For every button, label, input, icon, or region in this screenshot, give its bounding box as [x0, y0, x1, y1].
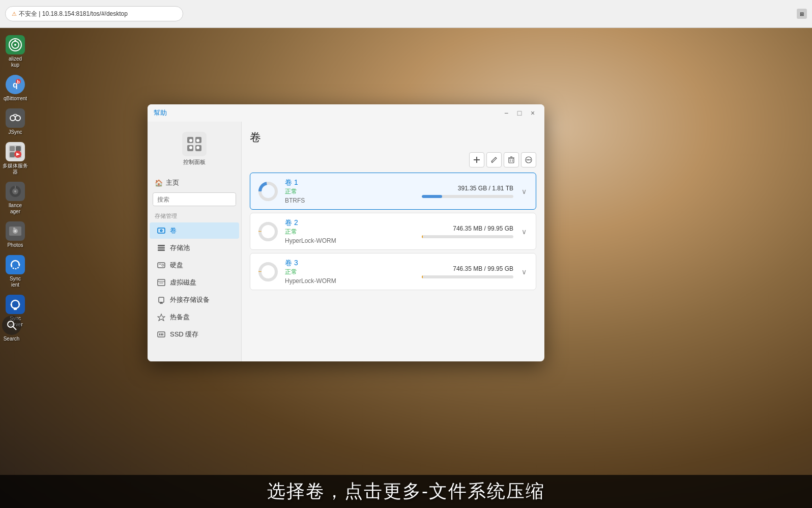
- toolbar: [250, 152, 536, 167]
- storage-section-header: 存储管理: [148, 208, 241, 222]
- svg-point-24: [14, 230, 16, 232]
- subtitle-text: 选择卷，点击更多-文件系统压缩: [267, 479, 545, 504]
- nav-external-storage[interactable]: 外接存储设备: [150, 292, 239, 308]
- svg-rect-46: [158, 245, 165, 246]
- volume-3-filesystem: HyperLock-WORM: [285, 277, 405, 285]
- volume-1-usage: 391.35 GB / 1.81 TB: [412, 185, 513, 198]
- svg-text:b: b: [17, 79, 20, 84]
- control-panel-icon: [182, 132, 207, 156]
- svg-point-3: [14, 40, 16, 42]
- subtitle-bar: 选择卷，点击更多-文件系统压缩: [0, 475, 812, 508]
- add-volume-button[interactable]: [469, 152, 484, 167]
- nav-external-storage-label: 外接存储设备: [170, 295, 210, 304]
- nav-ssd-cache[interactable]: SSD 缓存: [150, 326, 239, 343]
- volume-2-expand-button[interactable]: ∨: [519, 228, 529, 236]
- storage-pool-icon: [157, 243, 166, 252]
- nav-home[interactable]: 🏠 主页: [148, 175, 241, 190]
- photos-label: Photos: [7, 242, 23, 248]
- svg-point-78: [260, 264, 276, 280]
- volume-1-filesystem: BTRFS: [285, 197, 405, 204]
- desktop-icon-photos[interactable]: Photos: [1, 219, 30, 250]
- desktop-icon-list: alizedkup q b qBittorrent JSync: [0, 28, 31, 335]
- sidebar-search-bar[interactable]: [153, 192, 236, 206]
- desktop-search[interactable]: Search: [0, 316, 23, 366]
- volume-3-size: 746.35 MB / 99.95 GB: [453, 265, 513, 272]
- svg-rect-13: [16, 146, 21, 151]
- volume-2-usage: 746.35 MB / 99.95 GB: [412, 225, 513, 238]
- svg-rect-25: [13, 228, 15, 229]
- edit-volume-button[interactable]: [486, 152, 502, 167]
- home-label: 主页: [166, 178, 179, 187]
- media-server-icon: [6, 142, 25, 161]
- svg-rect-30: [14, 307, 17, 310]
- volume-3-expand-button[interactable]: ∨: [519, 268, 529, 276]
- desktop-icon-virtualized-backup[interactable]: alizedkup: [1, 33, 30, 70]
- main-content-area: 卷: [242, 122, 544, 361]
- volume-1-status: 正常: [285, 187, 405, 196]
- nav-volumes-label: 卷: [170, 226, 177, 235]
- address-bar[interactable]: ⚠ 不安全 | 10.18.8.154:8181/tos/#/desktop: [5, 6, 183, 21]
- svg-point-73: [530, 159, 531, 160]
- volume-1-progress-fill: [422, 195, 442, 198]
- security-icon: ⚠: [12, 11, 17, 17]
- more-options-button[interactable]: [521, 152, 536, 167]
- search-input[interactable]: [153, 194, 236, 205]
- qbittorrent-icon: q b: [6, 75, 25, 94]
- volume-item-1[interactable]: 卷 1 正常 BTRFS 391.35 GB / 1.81 TB ∨: [250, 173, 536, 210]
- nav-volumes[interactable]: 卷: [150, 222, 239, 239]
- storage-manager-window: 幫助 − □ ×: [148, 104, 544, 361]
- window-body: 控制面板 🏠 主页 存储管理: [148, 122, 544, 361]
- desktop-icon-surveillance[interactable]: llanceager: [1, 180, 30, 217]
- svg-point-2: [14, 44, 16, 46]
- svg-point-9: [15, 116, 20, 121]
- svg-point-72: [528, 159, 529, 160]
- window-titlebar: 幫助 − □ ×: [148, 104, 544, 122]
- volume-3-info: 卷 3 正常 HyperLock-WORM: [285, 259, 405, 285]
- volume-item-2[interactable]: 卷 2 正常 HyperLock-WORM 746.35 MB / 99.95 …: [250, 213, 536, 250]
- qbittorrent-label: qBittorrent: [4, 96, 27, 102]
- svg-point-31: [8, 321, 14, 327]
- nav-storage-pool[interactable]: 存储池: [150, 240, 239, 256]
- desktop-icon-media-server[interactable]: 多媒体服务器: [1, 140, 30, 177]
- desktop-icon-qbittorrent[interactable]: q b qBittorrent: [1, 73, 30, 104]
- svg-point-50: [162, 264, 164, 266]
- svg-rect-52: [158, 279, 165, 286]
- maximize-button[interactable]: □: [514, 107, 525, 119]
- volume-2-size: 746.35 MB / 99.95 GB: [453, 225, 513, 232]
- nav-virtual-disk[interactable]: 虚拟磁盘: [150, 274, 239, 291]
- minimize-button[interactable]: −: [501, 107, 512, 119]
- svg-point-20: [14, 190, 16, 192]
- svg-line-32: [13, 327, 16, 330]
- search-icon[interactable]: [2, 316, 21, 335]
- nav-hot-spare[interactable]: 热备盘: [150, 309, 239, 325]
- volume-2-info: 卷 2 正常 HyperLock-WORM: [285, 218, 405, 244]
- volume-2-progress-bar: [422, 235, 513, 238]
- sync-client-label: Syncient: [10, 276, 21, 288]
- browser-extension-icon[interactable]: ⊞: [797, 9, 807, 19]
- volume-1-size: 391.35 GB / 1.81 TB: [458, 185, 513, 192]
- desktop-icon-jsync[interactable]: JSync: [1, 106, 30, 137]
- volume-1-progress-bar: [422, 195, 513, 198]
- volume-3-status: 正常: [285, 268, 405, 276]
- nav-hot-spare-label: 热备盘: [170, 313, 190, 322]
- volume-2-name: 卷 2: [285, 218, 298, 228]
- svg-point-38: [196, 139, 199, 142]
- browser-bar: ⚠ 不安全 | 10.18.8.154:8181/tos/#/desktop ⊞: [0, 0, 812, 28]
- desktop-icon-sync-client[interactable]: Syncient: [1, 253, 30, 290]
- sync-client-icon: [6, 255, 25, 274]
- delete-volume-button[interactable]: [504, 152, 519, 167]
- external-storage-icon: [157, 295, 166, 304]
- nav-hard-disk[interactable]: 硬盘: [150, 257, 239, 273]
- close-button[interactable]: ×: [527, 107, 538, 119]
- address-text: 不安全 | 10.18.8.154:8181/tos/#/desktop: [19, 10, 128, 18]
- photos-icon: [6, 221, 25, 241]
- control-panel-label: 控制面板: [183, 158, 206, 166]
- volume-item-3[interactable]: 卷 3 正常 HyperLock-WORM 746.35 MB / 99.95 …: [250, 253, 536, 290]
- help-link[interactable]: 幫助: [154, 108, 167, 118]
- surveillance-label: llanceager: [9, 203, 22, 215]
- svg-point-8: [10, 116, 15, 121]
- virtualized-backup-label: alizedkup: [9, 56, 22, 68]
- volume-1-info: 卷 1 正常 BTRFS: [285, 178, 405, 204]
- svg-rect-65: [509, 158, 514, 163]
- volume-1-expand-button[interactable]: ∨: [519, 187, 529, 195]
